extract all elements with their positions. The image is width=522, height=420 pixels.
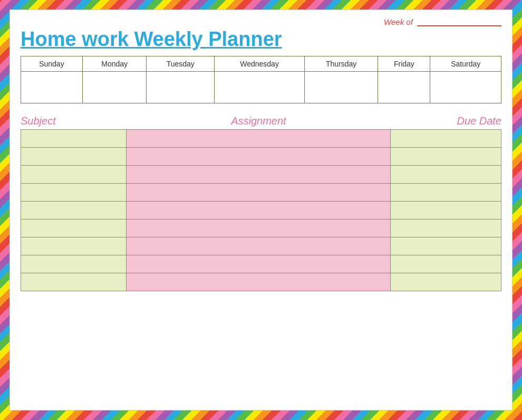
cell-wednesday xyxy=(215,71,305,103)
duedate-cell xyxy=(391,255,501,273)
subject-cell xyxy=(21,273,127,291)
day-header-row: Sunday Monday Tuesday Wednesday Thursday… xyxy=(21,56,501,71)
day-friday: Friday xyxy=(378,56,430,71)
assignment-row xyxy=(21,129,501,147)
assignment-row xyxy=(21,273,501,291)
subject-cell xyxy=(21,201,127,219)
duedate-cell xyxy=(391,129,501,147)
day-sunday: Sunday xyxy=(21,56,83,71)
content-area: Week of Home work Weekly Planner Sunday … xyxy=(9,9,513,411)
assignment-header-row: Subject Assignment Due Date xyxy=(21,113,501,129)
subject-cell xyxy=(21,165,127,183)
day-tuesday: Tuesday xyxy=(147,56,215,71)
day-monday: Monday xyxy=(82,56,147,71)
duedate-cell xyxy=(391,147,501,165)
cell-monday xyxy=(82,71,147,103)
assignment-cell xyxy=(127,201,391,219)
day-saturday: Saturday xyxy=(430,56,501,71)
duedate-cell xyxy=(391,201,501,219)
assignment-cell xyxy=(127,165,391,183)
subject-cell xyxy=(21,147,127,165)
subject-cell xyxy=(21,219,127,237)
assignment-cell xyxy=(127,147,391,165)
assignment-cell xyxy=(127,129,391,147)
assignment-row xyxy=(21,219,501,237)
cell-saturday xyxy=(430,71,501,103)
assignment-section: Subject Assignment Due Date xyxy=(21,113,501,291)
assignment-cell xyxy=(127,255,391,273)
cell-thursday xyxy=(305,71,378,103)
duedate-cell xyxy=(391,273,501,291)
assignment-row xyxy=(21,255,501,273)
assignment-cell xyxy=(127,219,391,237)
assignment-row xyxy=(21,147,501,165)
assignment-cell xyxy=(127,237,391,255)
duedate-cell xyxy=(391,165,501,183)
weekly-row xyxy=(21,71,501,103)
duedate-column-header: Due Date xyxy=(391,113,501,129)
subject-cell xyxy=(21,255,127,273)
weekly-calendar-table: Sunday Monday Tuesday Wednesday Thursday… xyxy=(21,56,501,103)
week-of-underline xyxy=(417,25,501,26)
subject-cell xyxy=(21,237,127,255)
assignment-row xyxy=(21,201,501,219)
assignment-row xyxy=(21,237,501,255)
assignment-row xyxy=(21,165,501,183)
planner-title: Home work Weekly Planner xyxy=(21,28,501,51)
duedate-cell xyxy=(391,183,501,201)
cell-sunday xyxy=(21,71,83,103)
assignment-cell xyxy=(127,183,391,201)
subject-cell xyxy=(21,183,127,201)
week-of-line: Week of xyxy=(21,17,501,26)
week-of-label: Week of xyxy=(384,17,413,26)
day-wednesday: Wednesday xyxy=(215,56,305,71)
cell-tuesday xyxy=(147,71,215,103)
duedate-cell xyxy=(391,237,501,255)
subject-column-header: Subject xyxy=(21,113,127,129)
assignment-row xyxy=(21,183,501,201)
day-thursday: Thursday xyxy=(305,56,378,71)
assignment-cell xyxy=(127,273,391,291)
duedate-cell xyxy=(391,219,501,237)
assignment-table xyxy=(21,129,501,291)
cell-friday xyxy=(378,71,430,103)
subject-cell xyxy=(21,129,127,147)
assignment-column-header: Assignment xyxy=(127,113,391,129)
